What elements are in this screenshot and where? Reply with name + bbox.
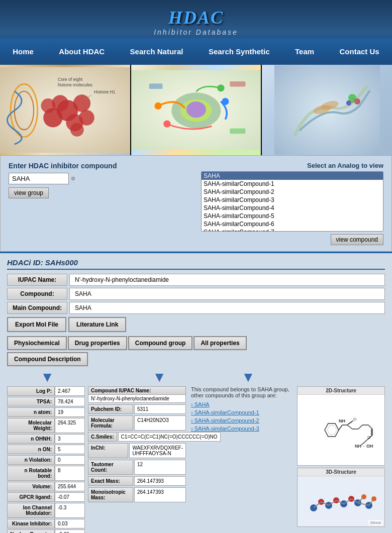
- svg-line-38: [339, 425, 342, 430]
- main-compound-label: Main Compound:: [7, 302, 67, 314]
- logo-area: HDAC Inhibitor Database: [0, 4, 392, 38]
- hero-svg-2: [131, 65, 261, 155]
- svg-line-41: [348, 420, 353, 424]
- prop-row: Molecular Weight:264.325: [7, 418, 85, 433]
- tab-physiochemical[interactable]: Physiochemical: [7, 336, 67, 350]
- nav-about[interactable]: About HDAC: [53, 38, 111, 65]
- prop-row: Log P:2.467: [7, 386, 85, 396]
- mol-3d-svg: [299, 478, 384, 525]
- hdac-id: HDACi ID: SAHs000: [7, 258, 385, 270]
- main-compound-value: SAHA: [69, 302, 385, 314]
- prop-row: Ion Channel Modulator:-0.3: [7, 503, 85, 518]
- prop-value: 19: [55, 407, 85, 417]
- nav-search-synthetic[interactable]: Search Synthetic: [203, 38, 276, 65]
- prop-value: 8: [55, 466, 85, 481]
- literature-link-button[interactable]: Literature Link: [68, 317, 126, 332]
- jsmol-label: JSmol: [368, 520, 382, 525]
- compound-value: SAHA: [69, 288, 385, 300]
- analog-link[interactable]: › SAHA-similarCompound-2: [191, 417, 292, 423]
- nav-contact[interactable]: Contact Us: [334, 38, 385, 65]
- ci-value: 264.147393: [134, 487, 186, 502]
- svg-point-22: [163, 121, 170, 128]
- prop-label: n ON:: [7, 445, 55, 454]
- tab-all-properties[interactable]: All properties: [193, 336, 246, 350]
- ci-label: Exact Mass:: [88, 476, 133, 486]
- svg-line-45: [358, 425, 362, 429]
- structure-3d-box: 3D-Structure: [297, 468, 385, 527]
- compound-info-middle: Compound IUPAC Name:N'-hydroxy-N-phenylo…: [88, 386, 186, 533]
- search-icon: ⚙: [71, 176, 75, 181]
- prop-value: 78.424: [55, 397, 85, 406]
- prop-value: 255.644: [55, 482, 85, 491]
- view-group-button[interactable]: view group: [9, 187, 49, 198]
- iupac-label: IUPAC Name:: [7, 274, 67, 286]
- ci-label: Monoisotropic Mass:: [88, 487, 133, 502]
- svg-rect-25: [230, 81, 245, 87]
- arrow-right: ▼: [231, 369, 385, 385]
- search-right: Select an Analog to view SAHASAHA-simila…: [201, 162, 383, 245]
- prop-value: 3: [55, 434, 85, 444]
- hero-image-2: [131, 65, 261, 155]
- ci-value: N'-hydroxy-N-phenyloctanediamide: [88, 395, 186, 403]
- prop-label: Kinase Inhibitor:: [7, 519, 55, 528]
- prop-value: -0.39: [55, 529, 85, 533]
- svg-marker-36: [327, 425, 337, 435]
- arrows-row: ▼ ▼ ▼: [7, 369, 385, 385]
- tab-compound-group[interactable]: Compound group: [128, 336, 193, 350]
- svg-line-43: [347, 425, 352, 429]
- prop-row: n atom:19: [7, 407, 85, 417]
- prop-table: Log P:2.467TPSA:78.424n atom:19Molecular…: [7, 386, 85, 533]
- tabs-row: PhysiochemicalDrug propertiesCompound gr…: [7, 336, 385, 350]
- hero-svg-3: [274, 65, 380, 155]
- svg-point-21: [222, 98, 229, 105]
- analog-group: This compound belongs to SAHA group, oth…: [189, 386, 294, 533]
- prop-row: Kinase Inhibitor:0.03: [7, 519, 85, 528]
- svg-point-19: [186, 101, 206, 118]
- svg-text:NH: NH: [355, 444, 361, 449]
- logo-subtitle: Inhibitor Database: [0, 28, 392, 36]
- prop-label: Molecular Weight:: [7, 418, 55, 433]
- nav-team[interactable]: Team: [289, 38, 320, 65]
- iupac-value: N'-hydroxy-N-phenyloctanediamide: [69, 274, 385, 286]
- select-label: Select an Analog to view: [201, 162, 383, 169]
- ci-value: 264.147393: [134, 476, 186, 486]
- ci-value: 5311: [134, 404, 186, 414]
- ci-label: InChI:: [88, 443, 128, 458]
- svg-point-23: [217, 84, 224, 91]
- analog-link[interactable]: › SAHA: [191, 401, 292, 407]
- ci-label: C.Smiles:: [88, 432, 117, 442]
- svg-text:-: -: [363, 444, 365, 449]
- prop-value: -0.3: [55, 503, 85, 518]
- ci-row-inline: Exact Mass:264.147393: [88, 476, 186, 486]
- structure-3d-image: JSmol: [298, 476, 384, 526]
- search-input[interactable]: [9, 173, 69, 184]
- ci-row-inline: Pubchem ID:5311: [88, 404, 186, 414]
- svg-rect-24: [149, 83, 162, 89]
- ci-row-inline: Tautomer Count:12: [88, 460, 186, 475]
- hero-image-3: [262, 65, 392, 155]
- ci-row-inline: Molecular Formula:C14H20N2O3: [88, 415, 186, 431]
- export-mol-button[interactable]: Export Mol File: [7, 317, 66, 332]
- view-compound-button[interactable]: view compound: [331, 234, 383, 245]
- nav-home[interactable]: Home: [7, 38, 40, 65]
- svg-text:histone molecules: histone molecules: [58, 82, 92, 87]
- prop-label: n Rotatable bond:: [7, 466, 55, 481]
- analog-link[interactable]: › SAHA-similarCompound-3: [191, 425, 292, 432]
- svg-text:NH: NH: [339, 418, 345, 423]
- tab-drug-properties[interactable]: Drug properties: [68, 336, 127, 350]
- prop-value: 2.467: [55, 386, 85, 396]
- search-section: Enter HDAC inhibitor compound ⚙ view gro…: [0, 155, 392, 252]
- ci-value: C14H20N2O3: [134, 415, 186, 431]
- prop-label: n OHNH:: [7, 434, 55, 444]
- analog-link[interactable]: › SAHA-similarCompound-1: [191, 409, 292, 415]
- ci-row-inline: InChI:WAEXFXRVDQXREF-UHFFFAOYSA-N: [88, 443, 186, 458]
- structure-3d-title: 3D-Structure: [298, 468, 384, 476]
- prop-label: n Violation:: [7, 455, 55, 465]
- prop-label: Volume:: [7, 482, 55, 491]
- compound-select[interactable]: SAHASAHA-similarCompound-1SAHA-similarCo…: [201, 171, 383, 232]
- prop-row: Nuclear Receptor Ligand:-0.39: [7, 529, 85, 533]
- nav-search-natural[interactable]: Search Natural: [124, 38, 189, 65]
- prop-label: n atom:: [7, 407, 55, 417]
- structure-2d-image: NH O: [298, 395, 384, 465]
- structure-2d-box: 2D-Structure NH: [297, 386, 385, 466]
